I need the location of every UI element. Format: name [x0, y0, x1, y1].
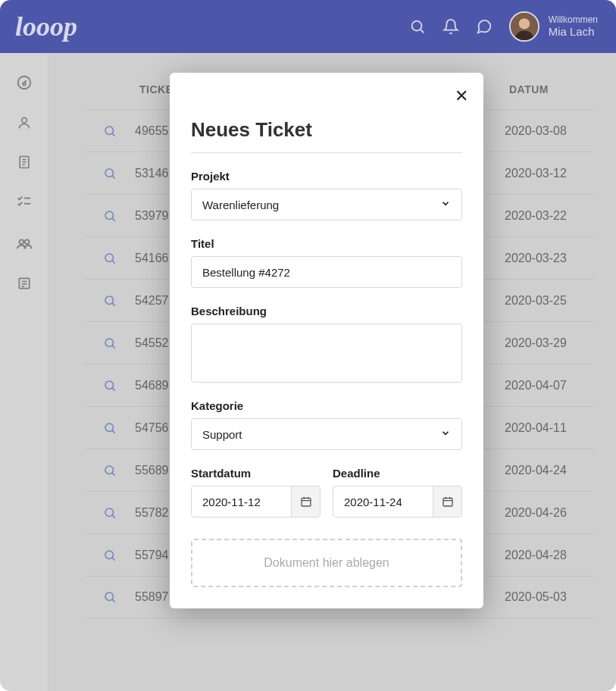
calendar-icon[interactable] — [433, 486, 461, 517]
startdatum-value: 2020-11-12 — [192, 486, 291, 517]
svg-line-5 — [24, 80, 27, 83]
svg-line-34 — [112, 430, 114, 433]
deadline-label: Deadline — [333, 467, 462, 480]
svg-point-27 — [105, 296, 114, 305]
chat-icon[interactable] — [476, 18, 492, 35]
startdatum-input[interactable]: 2020-11-12 — [191, 486, 321, 517]
ticket-date: 2020-04-24 — [505, 464, 567, 477]
projekt-value: Warenlieferung — [202, 199, 279, 211]
app-logo: looop — [15, 11, 77, 42]
app-frame: looop Willkommen Mia Lach — [0, 0, 616, 691]
projekt-group: Projekt Warenlieferung — [191, 170, 462, 220]
svg-line-28 — [112, 303, 114, 305]
projekt-label: Projekt — [191, 170, 462, 183]
deadline-input[interactable]: 2020-11-24 — [333, 486, 462, 517]
gauge-icon[interactable] — [16, 74, 33, 91]
svg-point-33 — [105, 424, 114, 432]
bell-icon[interactable] — [442, 18, 459, 35]
ticket-date: 2020-05-03 — [505, 590, 567, 604]
svg-line-22 — [112, 176, 114, 178]
kategorie-value: Support — [202, 428, 242, 441]
svg-point-0 — [411, 21, 421, 31]
chevron-down-icon — [440, 428, 451, 441]
svg-point-19 — [105, 127, 114, 135]
document-icon[interactable] — [17, 155, 32, 170]
search-icon[interactable] — [103, 294, 117, 308]
deadline-group: Deadline 2020-11-24 — [333, 467, 462, 517]
topbar: looop Willkommen Mia Lach — [0, 0, 616, 53]
deadline-value: 2020-11-24 — [333, 486, 433, 517]
svg-line-36 — [112, 473, 114, 475]
search-icon[interactable] — [103, 336, 117, 350]
svg-point-4 — [23, 83, 26, 86]
dropzone-label: Dokument hier ablegen — [264, 556, 389, 570]
user-text: Willkommen Mia Lach — [549, 14, 598, 39]
kategorie-group: Kategorie Support — [191, 399, 462, 450]
svg-point-31 — [105, 381, 114, 389]
search-icon[interactable] — [103, 209, 117, 223]
user-icon[interactable] — [17, 115, 32, 130]
search-icon[interactable] — [103, 124, 117, 138]
ticket-date: 2020-03-25 — [505, 294, 567, 308]
chevron-down-icon — [440, 199, 451, 211]
beschreibung-textarea[interactable] — [191, 324, 462, 383]
kategorie-select[interactable]: Support — [191, 418, 462, 450]
svg-point-39 — [105, 551, 114, 559]
svg-point-23 — [105, 211, 114, 220]
ticket-date: 2020-04-07 — [505, 379, 567, 392]
document-dropzone[interactable]: Dokument hier ablegen — [191, 539, 462, 587]
projekt-select[interactable]: Warenlieferung — [191, 189, 462, 220]
titel-input[interactable]: Bestellung #4272 — [191, 256, 462, 288]
titel-value: Bestellung #4272 — [202, 266, 290, 279]
modal-title: Neues Ticket — [191, 118, 462, 153]
welcome-label: Willkommen — [549, 14, 598, 25]
sidebar — [0, 53, 48, 691]
svg-line-24 — [112, 218, 114, 220]
titel-label: Titel — [191, 237, 462, 250]
svg-line-40 — [112, 558, 114, 560]
user-name: Mia Lach — [549, 25, 598, 39]
search-icon[interactable] — [103, 252, 117, 265]
checklist-icon[interactable] — [16, 194, 33, 211]
ticket-date: 2020-03-12 — [505, 167, 567, 180]
calendar-icon[interactable] — [291, 486, 320, 517]
svg-point-14 — [24, 239, 28, 244]
search-icon[interactable] — [103, 421, 117, 435]
topbar-right: Willkommen Mia Lach — [409, 11, 598, 42]
beschreibung-label: Beschreibung — [191, 305, 462, 317]
ticket-date: 2020-04-26 — [505, 506, 567, 520]
ticket-date: 2020-04-11 — [505, 421, 567, 435]
search-icon[interactable] — [103, 506, 117, 520]
ticket-date: 2020-04-28 — [505, 549, 567, 562]
titel-group: Titel Bestellung #4272 — [191, 237, 462, 288]
svg-point-21 — [105, 169, 114, 177]
close-icon[interactable]: ✕ — [455, 86, 468, 106]
search-icon[interactable] — [103, 464, 117, 477]
ticket-date: 2020-03-08 — [505, 124, 567, 138]
svg-rect-47 — [443, 498, 452, 506]
svg-point-13 — [19, 239, 23, 244]
search-icon[interactable] — [103, 549, 117, 562]
svg-line-20 — [112, 133, 114, 136]
people-icon[interactable] — [16, 235, 33, 252]
startdatum-label: Startdatum — [191, 467, 321, 480]
header-datum: DATUM — [509, 83, 549, 95]
search-icon[interactable] — [103, 167, 117, 180]
search-icon[interactable] — [409, 18, 426, 35]
ticket-date: 2020-03-22 — [505, 209, 567, 223]
svg-line-42 — [112, 599, 114, 602]
svg-point-6 — [21, 117, 27, 123]
svg-line-30 — [112, 346, 114, 348]
svg-point-41 — [105, 593, 114, 601]
kategorie-label: Kategorie — [191, 399, 462, 412]
svg-line-1 — [421, 30, 424, 33]
news-icon[interactable] — [17, 276, 32, 291]
svg-point-37 — [105, 508, 114, 517]
svg-rect-43 — [302, 498, 311, 506]
svg-line-38 — [112, 515, 114, 517]
user-block[interactable]: Willkommen Mia Lach — [509, 11, 598, 42]
startdatum-group: Startdatum 2020-11-12 — [191, 467, 321, 517]
search-icon[interactable] — [103, 590, 117, 604]
avatar — [509, 11, 539, 42]
search-icon[interactable] — [103, 379, 117, 392]
